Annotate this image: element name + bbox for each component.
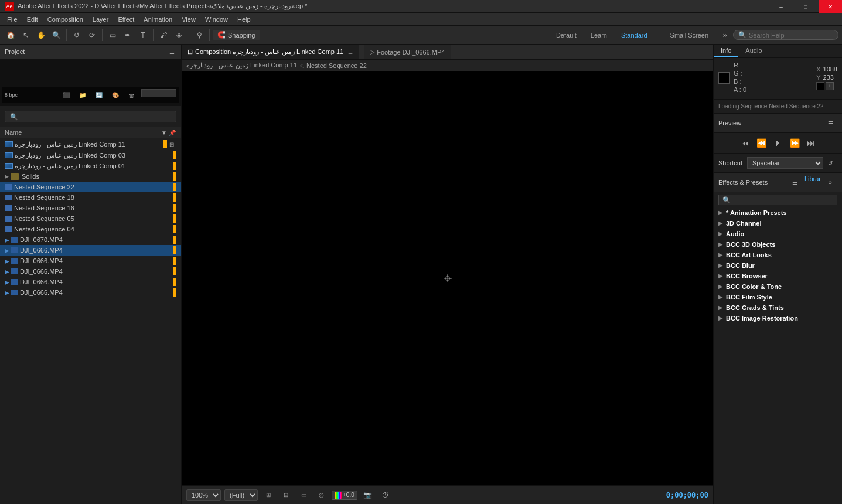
tab-info[interactable]: Info <box>714 45 738 57</box>
list-item[interactable]: ▶ DJI_0666.MP4 <box>0 245 181 256</box>
list-item[interactable]: Nested Sequence 05 <box>0 213 181 224</box>
preview-play-btn[interactable]: ⏵ <box>773 138 783 148</box>
footage-tab[interactable]: ▷ Footage DJI_0666.MP4 <box>364 45 451 59</box>
comp-tab-close[interactable]: ☰ <box>348 49 353 55</box>
effects-item[interactable]: ▶ BCC Film Style <box>714 292 842 302</box>
workspace-standard[interactable]: Standard <box>616 30 652 40</box>
item-options-btn[interactable]: ⊞ <box>167 139 176 149</box>
snapping-button[interactable]: 🧲 Snapping <box>213 30 260 40</box>
menu-window[interactable]: Window <box>200 15 233 24</box>
project-search-input[interactable] <box>5 111 176 122</box>
viewer-time-btn[interactable]: ⏱ <box>379 488 393 502</box>
list-item[interactable]: ▶ DJI_0666.MP4 <box>0 266 181 277</box>
effects-item[interactable]: ▶ * Animation Presets <box>714 207 842 218</box>
color-picker-btn[interactable]: +0.0 <box>332 491 357 500</box>
menu-view[interactable]: View <box>177 15 200 24</box>
project-icon-3[interactable]: 🔄 <box>92 88 106 102</box>
viewer-fit-btn[interactable]: ⊞ <box>261 488 275 502</box>
menu-edit[interactable]: Edit <box>22 15 43 24</box>
project-icon-4[interactable]: 🎨 <box>108 88 122 102</box>
rotate-tool[interactable]: ⟳ <box>85 28 99 42</box>
tab-audio[interactable]: Audio <box>738 45 769 57</box>
home-button[interactable]: 🏠 <box>4 28 18 42</box>
zoom-tool[interactable]: 🔍 <box>49 28 63 42</box>
list-item[interactable]: زمین عباس - رودبارچره Linked Comp 01 <box>0 161 181 171</box>
workspace-learn[interactable]: Learn <box>586 30 612 40</box>
preview-prev-btn[interactable]: ⏪ <box>756 138 766 148</box>
workspace-more[interactable]: » <box>718 28 732 42</box>
close-button[interactable]: ✕ <box>819 0 842 13</box>
comp-tab-1[interactable]: ⊡ Composition زمین عباس - رودبارچره Link… <box>182 45 359 59</box>
preview-last-btn[interactable]: ⏭ <box>807 138 815 148</box>
preview-next-btn[interactable]: ⏩ <box>790 138 800 148</box>
effects-item[interactable]: ▶ BCC Image Restoration <box>714 313 842 323</box>
viewer-camera-btn[interactable]: 📷 <box>361 488 375 502</box>
effects-item[interactable]: ▶ BCC Color & Tone <box>714 281 842 292</box>
list-item[interactable]: ▶ Solids <box>0 171 181 182</box>
project-icon-5[interactable]: 🗑 <box>125 88 139 102</box>
menu-file[interactable]: File <box>2 15 22 24</box>
preview-first-btn[interactable]: ⏮ <box>741 138 749 148</box>
preview-menu-btn[interactable]: ☰ <box>823 116 837 130</box>
pen-tool[interactable]: ✒ <box>121 28 135 42</box>
workspace-small-screen[interactable]: Small Screen <box>666 30 713 40</box>
shortcut-select[interactable]: Spacebar Enter <box>747 157 823 169</box>
list-item[interactable]: ▶ DJI_0670.MP4 <box>0 234 181 245</box>
effects-item[interactable]: ▶ BCC Blur <box>714 260 842 271</box>
effects-item[interactable]: ▶ BCC Grads & Tints <box>714 302 842 313</box>
effects-more-btn[interactable]: » <box>823 175 837 189</box>
list-item[interactable]: زمین عباس - رودبارچره Linked Comp 11 ⊞ <box>0 138 181 150</box>
project-icon-2[interactable]: 📁 <box>76 88 90 102</box>
orbit-tool[interactable]: ↺ <box>70 28 84 42</box>
effects-item[interactable]: ▶ BCC 3D Objects <box>714 239 842 250</box>
project-pin-btn[interactable]: 📌 <box>168 128 176 137</box>
project-menu-btn[interactable]: ☰ <box>167 47 176 56</box>
viewer-grid-btn[interactable]: ⊟ <box>279 488 293 502</box>
shape-rect[interactable]: ▭ <box>105 28 120 42</box>
effects-menu-btn[interactable]: ☰ <box>788 175 802 189</box>
selection-tool[interactable]: ↖ <box>19 28 33 42</box>
text-tool[interactable]: T <box>136 28 150 42</box>
play-icon[interactable]: ▶ <box>5 290 9 296</box>
menu-help[interactable]: Help <box>233 15 255 24</box>
menu-composition[interactable]: Composition <box>43 15 88 24</box>
viewer-mask-btn[interactable]: ▭ <box>296 488 311 502</box>
quality-select[interactable]: (Full) (Half) <box>224 489 258 501</box>
menu-animation[interactable]: Animation <box>139 15 177 24</box>
list-item[interactable]: Nested Sequence 04 <box>0 224 181 234</box>
library-label[interactable]: Librar <box>804 175 821 189</box>
list-item[interactable]: Nested Sequence 22 <box>0 182 181 192</box>
viewer-alpha-btn[interactable]: ◎ <box>314 488 328 502</box>
list-item[interactable]: Nested Sequence 18 <box>0 192 181 203</box>
list-item[interactable]: زمین عباس - رودبارچره Linked Comp 03 <box>0 150 181 161</box>
effects-item[interactable]: ▶ BCC Art Looks <box>714 250 842 260</box>
color-add-btn[interactable]: + <box>826 82 834 90</box>
list-item[interactable]: ▶ DJI_0666.MP4 <box>0 277 181 287</box>
project-col-sort[interactable]: ▼ <box>160 128 168 137</box>
maximize-button[interactable]: □ <box>794 0 817 13</box>
play-icon[interactable]: ▶ <box>5 247 9 254</box>
list-item[interactable]: Nested Sequence 16 <box>0 203 181 213</box>
stamp-tool[interactable]: ◈ <box>172 28 186 42</box>
workspace-default[interactable]: Default <box>551 30 581 40</box>
list-item[interactable]: ▶ DJI_0666.MP4 <box>0 287 181 298</box>
effects-item[interactable]: ▶ 3D Channel <box>714 218 842 229</box>
play-icon[interactable]: ▶ <box>5 258 9 264</box>
menu-effect[interactable]: Effect <box>113 15 139 24</box>
effects-item[interactable]: ▶ Audio <box>714 229 842 239</box>
hand-tool[interactable]: ✋ <box>34 28 48 42</box>
breadcrumb-item-1[interactable]: زمین عباس - رودبارچره Linked Comp 11 <box>186 62 297 69</box>
zoom-select[interactable]: 100% 50% 200% <box>186 489 221 501</box>
minimize-button[interactable]: – <box>769 0 793 13</box>
effects-search-input[interactable] <box>718 195 837 205</box>
play-icon[interactable]: ▶ <box>5 279 9 285</box>
menu-layer[interactable]: Layer <box>88 15 114 24</box>
project-icon-1[interactable]: ⬛ <box>59 88 73 102</box>
play-icon[interactable]: ▶ <box>5 268 9 275</box>
effects-item[interactable]: ▶ BCC Browser <box>714 271 842 281</box>
list-item[interactable]: ▶ DJI_0666.MP4 <box>0 256 181 266</box>
puppet-tool[interactable]: ⚲ <box>192 28 206 42</box>
shortcut-reset-btn[interactable]: ↺ <box>823 156 837 170</box>
play-icon[interactable]: ▶ <box>5 237 9 243</box>
breadcrumb-item-2[interactable]: Nested Sequence 22 <box>306 62 367 69</box>
